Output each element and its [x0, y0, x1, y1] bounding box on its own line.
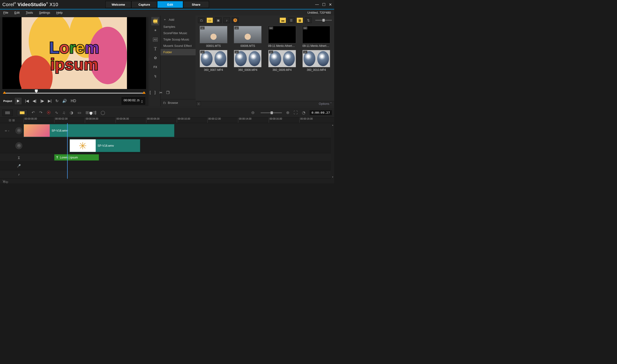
go-end-button[interactable]: ▶| [47, 99, 52, 103]
subtitle-editor-button[interactable]: ▭ [78, 110, 81, 115]
clip-title[interactable]: T Lorem | ipsum [54, 154, 99, 161]
tab-edit[interactable]: Edit [157, 1, 183, 8]
add-folder-button[interactable]: ＋ Add [161, 15, 196, 24]
media-thumb[interactable]: ▭09-11 Menlo Atherton - ... [267, 26, 298, 48]
tab-welcome[interactable]: Welcome [105, 1, 131, 8]
sort-button[interactable]: ⇅ [305, 17, 312, 23]
preview-timecode[interactable]: 00:00:02.25 ▲▼ [122, 97, 145, 104]
category-titles-button[interactable]: AB [151, 35, 159, 44]
mark-out-handle[interactable] [142, 91, 146, 94]
auto-music-button[interactable]: ♫ [62, 110, 66, 115]
filter-video-button[interactable]: ▭ [206, 17, 213, 23]
media-thumb[interactable]: ▭360_0009.MP4 [267, 50, 298, 72]
tab-capture[interactable]: Capture [131, 1, 157, 8]
track-controls[interactable] [0, 138, 14, 153]
browse-button[interactable]: 🗀 Browse [161, 99, 196, 106]
media-thumb[interactable]: ▭00006.MTS [232, 26, 263, 48]
track-type-icon[interactable]: ⦿ [14, 123, 24, 138]
view-list-button[interactable]: ☰ [288, 17, 295, 23]
time-remap-button[interactable]: ⇶ [93, 110, 96, 115]
hd-preview-button[interactable]: HD [70, 99, 77, 103]
filter-favorites-button[interactable] [232, 17, 238, 23]
media-thumb[interactable]: ▭360_0007.MP4 [198, 50, 229, 72]
scrub-bar[interactable]: [ ] ✂ ❐ [4, 90, 144, 96]
timecode-spinner[interactable]: ▲▼ [141, 100, 143, 103]
timeline-zoom-slider[interactable] [261, 112, 282, 113]
menu-tools[interactable]: Tools [26, 11, 33, 14]
thumbnail-zoom-slider[interactable] [315, 20, 332, 21]
timeline-ruler[interactable]: 00:00:00.0000:00:02.0000:00:04.0000:00:0… [24, 117, 334, 123]
mark-in-button[interactable]: [ [149, 91, 151, 95]
category-graphics-button[interactable]: ✿ [151, 54, 159, 62]
record-button[interactable]: ⦿ [47, 110, 51, 115]
motion-tracking-button[interactable]: ◯ [101, 110, 105, 115]
folder-scorefitter[interactable]: ScoreFitter Music [161, 30, 196, 36]
snapshot-button[interactable]: ❐ [165, 91, 170, 95]
category-fx-button[interactable]: FX [151, 63, 159, 71]
preview-viewport[interactable]: Lorem ipsum [2, 17, 146, 89]
undo-button[interactable]: ↶ [32, 110, 35, 115]
track-type-icon[interactable]: ♪ [14, 170, 24, 179]
prev-frame-button[interactable]: ◀| [32, 99, 37, 103]
media-thumb[interactable]: ▭09-11 Menlo Atherton.m... [301, 26, 332, 48]
filter-audio-button[interactable]: ♪ [223, 17, 230, 23]
folder-muserk[interactable]: Muserk Sound Effect [161, 43, 196, 49]
menu-settings[interactable]: Settings [39, 11, 50, 14]
category-paths-button[interactable]: ↯ [151, 72, 159, 80]
media-thumb[interactable]: ▭360_0008.MP4 [232, 50, 263, 72]
category-media-button[interactable] [151, 17, 159, 26]
track-body[interactable] [24, 170, 334, 179]
audio-mixer-button[interactable]: ∿ [55, 110, 58, 115]
scrub-playhead[interactable] [35, 90, 38, 93]
track-type-icon[interactable]: T [14, 153, 24, 161]
category-transitions-button[interactable]: ✶ [151, 26, 159, 35]
split-clip-button[interactable]: ✂ [159, 91, 163, 95]
mark-out-button[interactable]: ] [154, 91, 156, 95]
menu-edit[interactable]: Edit [14, 11, 20, 14]
media-thumb[interactable]: ▭360_0010.MP4 [301, 50, 332, 72]
playback-mode[interactable]: Project Clip [3, 99, 12, 103]
maximize-button[interactable]: ☐ [322, 2, 326, 7]
clip-video2[interactable]: SP-V18.wmv [69, 139, 140, 152]
track-controls[interactable]: ⩸ ▾ [0, 123, 14, 138]
zoom-out-button[interactable]: ⊖ [251, 110, 255, 115]
horizontal-grip[interactable]: :::::::::: [0, 106, 334, 108]
repeat-button[interactable]: ↻ [55, 99, 59, 103]
multi-trim-button[interactable]: ◑ [70, 110, 73, 115]
track-type-icon[interactable]: 🎤 [14, 162, 24, 170]
options-toggle[interactable]: Options ˄ [319, 102, 332, 105]
multi-cam-button[interactable]: ⊞ [85, 110, 89, 115]
clip-video1[interactable]: SP-V16.wmv [24, 124, 174, 137]
play-button[interactable] [14, 97, 22, 105]
track-type-icon[interactable]: ⦿ [14, 138, 24, 153]
storyboard-view-button[interactable] [17, 109, 27, 116]
slider-knob[interactable] [271, 111, 273, 114]
import-button[interactable]: 🗀 [198, 17, 205, 23]
folder-samples[interactable]: Samples [161, 24, 196, 30]
folder-custom[interactable]: Folder [161, 49, 196, 55]
track-body[interactable]: T Lorem | ipsum [24, 153, 334, 161]
go-start-button[interactable]: |◀ [24, 99, 29, 103]
scrub-track[interactable] [4, 93, 144, 93]
panel-grip[interactable]: :::::::::: [0, 15, 149, 17]
volume-button[interactable]: 🔊 [62, 99, 68, 103]
scroll-left-button[interactable]: ‹ [197, 102, 201, 106]
zoom-in-button[interactable]: ⊕ [286, 110, 289, 115]
slider-knob[interactable] [322, 19, 325, 22]
folder-triple-scoop[interactable]: Triple Scoop Music [161, 36, 196, 43]
redo-button[interactable]: ↷ [39, 110, 42, 115]
view-grid-button[interactable]: ▦ [297, 17, 303, 23]
minimize-button[interactable]: — [315, 2, 319, 7]
next-frame-button[interactable]: |▶ [40, 99, 45, 103]
category-text-button[interactable]: T [151, 44, 159, 53]
tab-share[interactable]: Share [183, 1, 209, 8]
timeline-vscroll[interactable]: ▴▾ [331, 123, 334, 179]
track-body[interactable]: SP-V18.wmv [24, 138, 334, 153]
fit-project-button[interactable]: ⛶ [294, 110, 298, 115]
track-body[interactable] [24, 162, 334, 170]
close-button[interactable]: ✕ [329, 2, 332, 7]
media-thumb[interactable]: ▭00001.MTS [198, 26, 229, 48]
filter-photo-button[interactable]: ▣ [215, 17, 221, 23]
menu-help[interactable]: Help [56, 11, 63, 14]
track-body[interactable]: SP-V16.wmv [24, 123, 334, 138]
